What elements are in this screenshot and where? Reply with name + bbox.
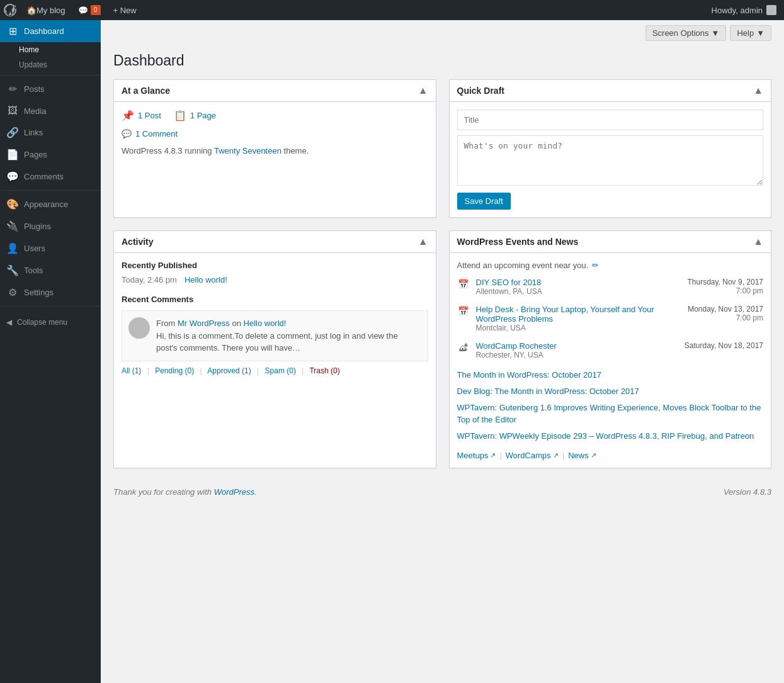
news-section: The Month in WordPress: October 2017 Dev… [457,370,764,442]
comment-filter-actions: All (1) | Pending (0) | Approved (1) | S… [122,366,428,375]
wordcamp-icon: 🏕 [457,342,470,353]
activity-toggle[interactable]: ▲ [418,236,428,247]
news-link[interactable]: News ↗ [568,451,596,460]
save-draft-button[interactable]: Save Draft [457,193,511,210]
events-footer: Meetups ↗ | WordCamps ↗ | News ↗ [457,451,764,460]
sidebar-item-appearance[interactable]: 🎨 Appearance [0,193,101,215]
dashboard-icon: ⊞ [6,25,19,37]
news-link[interactable]: WPTavern: WPWeekly Episode 293 – WordPre… [457,431,764,442]
comment-item: From Mr WordPress on Hello world! Hi, th… [122,310,428,361]
adminbar-new[interactable]: + New [107,0,143,20]
post-count-stat[interactable]: 📌 1 Post [122,110,161,121]
users-icon: 👤 [6,242,19,254]
events-body: Attend an upcoming event near you. ✏ 📅 D… [450,253,771,468]
comment-post-link[interactable]: Hello world! [244,319,287,328]
at-a-glance-title: At a Glance [122,86,170,96]
draft-body-input[interactable] [457,135,764,186]
external-link-icon: ↗ [490,451,496,460]
adminbar-site-name[interactable]: 🏠 My blog [20,0,72,20]
published-item: Today, 2:46 pm Hello world! [122,275,428,285]
comment-icon: 💬 [122,129,132,138]
submenu-home[interactable]: Home [0,42,101,57]
comments-approved-link[interactable]: Approved (1) [207,366,251,375]
links-icon: 🔗 [6,127,19,138]
quick-draft-toggle[interactable]: ▲ [753,85,763,96]
wordpress-link[interactable]: WordPress [214,487,254,497]
comments-all-link[interactable]: All (1) [122,366,141,375]
sidebar-item-dashboard[interactable]: ⊞ Dashboard [0,20,101,42]
sidebar-item-plugins[interactable]: 🔌 Plugins [0,215,101,237]
meetup-icon: 📅 [457,279,470,289]
avatar [128,317,150,339]
help-button[interactable]: Help ▼ [730,25,771,41]
collapse-menu-button[interactable]: ◀ Collapse menu [0,313,101,332]
quick-draft-title: Quick Draft [457,86,504,96]
menu-separator-1 [0,75,101,76]
wordcamps-link[interactable]: WordCamps ↗ [506,451,559,460]
published-post-link[interactable]: Hello world! [185,275,227,285]
sidebar-item-media[interactable]: 🖼 Media [0,100,101,121]
avatar [766,5,776,15]
chevron-down-icon: ▼ [756,28,764,38]
main-content: Screen Options ▼ Help ▼ Dashboard At a G… [101,20,784,683]
settings-icon: ⚙ [6,286,19,298]
edit-location-icon[interactable]: ✏ [592,261,599,270]
adminbar-howdy[interactable]: Howdy, admin [704,5,784,15]
activity-body: Recently Published Today, 2:46 pm Hello … [114,253,436,383]
event-item: 🏕 WordCamp Rochester Rochester, NY, USA … [457,341,764,359]
svg-point-0 [135,320,144,329]
sidebar-item-pages[interactable]: 📄 Pages [0,144,101,166]
at-a-glance-widget: At a Glance ▲ 📌 1 Post 📋 1 Page [113,79,436,218]
external-link-icon: ↗ [591,451,596,460]
quick-draft-widget: Quick Draft ▲ Save Draft [449,79,772,218]
posts-icon: ✏ [6,83,19,95]
meetup-icon: 📅 [457,306,470,316]
event-name-link[interactable]: DIY SEO for 2018 [476,278,542,287]
sidebar-item-settings[interactable]: ⚙ Settings [0,281,101,303]
footer-version: Version 4.8.3 [724,487,771,497]
comments-pending-link[interactable]: Pending (0) [155,366,194,375]
adminbar-comments[interactable]: 💬 0 [72,0,107,20]
sidebar: ⊞ Dashboard Home Updates ✏ Posts 🖼 Media… [0,20,101,683]
sidebar-item-tools[interactable]: 🔧 Tools [0,259,101,281]
comments-spam-link[interactable]: Spam (0) [265,366,296,375]
event-name-link[interactable]: Help Desk - Bring Your Laptop, Yourself … [476,305,654,324]
wp-logo[interactable] [0,0,20,20]
quick-draft-header: Quick Draft ▲ [450,80,771,102]
dashboard-wrap: Dashboard At a Glance ▲ 📌 1 Post [101,46,784,481]
wp-footer: Thank you for creating with WordPress. V… [101,481,784,503]
sidebar-item-links[interactable]: 🔗 Links [0,121,101,144]
collapse-icon: ◀ [6,318,12,327]
sidebar-item-comments[interactable]: 💬 Comments [0,166,101,188]
comment-count-stat[interactable]: 💬 1 Comment [122,129,428,138]
sidebar-item-posts[interactable]: ✏ Posts [0,78,101,100]
svg-point-1 [131,330,147,339]
sidebar-item-users[interactable]: 👤 Users [0,237,101,259]
activity-header: Activity ▲ [114,231,436,253]
at-a-glance-toggle[interactable]: ▲ [418,85,428,96]
event-details: Help Desk - Bring Your Laptop, Yourself … [476,305,682,332]
event-details: WordCamp Rochester Rochester, NY, USA [476,341,678,359]
news-link[interactable]: The Month in WordPress: October 2017 [457,370,764,381]
quick-draft-body: Save Draft [450,102,771,217]
screen-options-button[interactable]: Screen Options ▼ [645,25,726,41]
page-count-stat[interactable]: 📋 1 Page [174,110,216,121]
comment-author-link[interactable]: Mr WordPress [178,319,230,328]
theme-link[interactable]: Twenty Seventeen [214,146,281,155]
comments-trash-link[interactable]: Trash (0) [309,366,339,375]
events-header: WordPress Events and News ▲ [450,231,771,253]
news-link[interactable]: Dev Blog: The Month in WordPress: Octobe… [457,386,764,397]
meetups-link[interactable]: Meetups ↗ [457,451,496,460]
chevron-down-icon: ▼ [712,28,720,38]
event-name-link[interactable]: WordCamp Rochester [476,341,557,351]
event-date: Saturday, Nov 18, 2017 [685,341,763,350]
event-details: DIY SEO for 2018 Allentown, PA, USA [476,278,681,296]
draft-title-input[interactable] [457,110,764,130]
page-title: Dashboard [113,52,771,69]
menu-separator-2 [0,190,101,191]
comment-content: From Mr WordPress on Hello world! Hi, th… [156,317,421,354]
news-link[interactable]: WPTavern: Gutenberg 1.6 Improves Writing… [457,402,764,425]
submenu-updates[interactable]: Updates [0,57,101,72]
at-a-glance-header: At a Glance ▲ [114,80,436,102]
events-toggle[interactable]: ▲ [753,236,763,247]
